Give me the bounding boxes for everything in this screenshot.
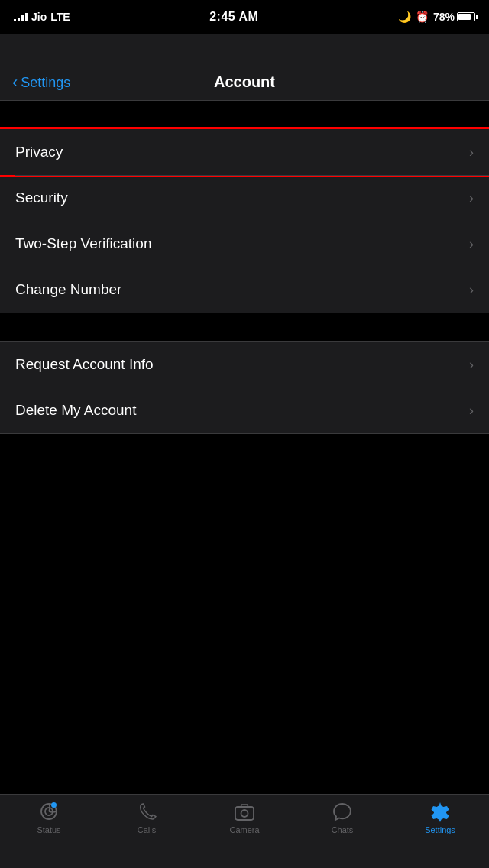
status-time: 2:45 AM xyxy=(209,10,258,24)
battery-percent: 78% xyxy=(433,11,455,23)
delete-account-label: Delete My Account xyxy=(15,402,136,419)
tab-calls-label: Calls xyxy=(138,825,156,834)
calls-icon xyxy=(136,801,157,822)
carrier-label: Jio xyxy=(31,11,47,23)
request-info-label: Request Account Info xyxy=(15,356,154,373)
page-title: Account xyxy=(214,73,275,91)
settings-icon xyxy=(429,801,451,822)
battery-indicator: 78% xyxy=(433,11,475,23)
settings-item-delete-account[interactable]: Delete My Account › xyxy=(0,387,489,433)
chevron-right-icon: › xyxy=(469,144,474,160)
chevron-right-icon: › xyxy=(469,190,474,206)
tab-camera[interactable]: Camera xyxy=(196,801,293,834)
tab-camera-label: Camera xyxy=(229,825,259,834)
tab-chats-label: Chats xyxy=(332,825,354,834)
chevron-right-icon: › xyxy=(469,282,474,298)
tab-chats[interactable]: Chats xyxy=(293,801,391,834)
status-left: Jio LTE xyxy=(14,11,70,23)
status-badge xyxy=(51,802,57,808)
tab-calls[interactable]: Calls xyxy=(98,801,196,834)
nav-header: ‹ Settings Account xyxy=(0,34,489,101)
privacy-label: Privacy xyxy=(15,144,63,160)
tab-status-label: Status xyxy=(37,825,60,834)
chevron-right-icon: › xyxy=(469,403,474,419)
status-bar: Jio LTE 2:45 AM 🌙 ⏰ 78% xyxy=(0,0,489,34)
settings-group-1: Privacy › Security › Two-Step Verificati… xyxy=(0,128,489,313)
back-label: Settings xyxy=(21,75,70,91)
section-spacer-mid xyxy=(0,313,489,341)
tab-settings[interactable]: Settings xyxy=(391,801,489,834)
settings-item-request-info[interactable]: Request Account Info › xyxy=(0,342,489,387)
settings-group-2: Request Account Info › Delete My Account… xyxy=(0,341,489,434)
signal-icon xyxy=(14,12,28,21)
moon-icon: 🌙 xyxy=(398,11,411,23)
tab-settings-label: Settings xyxy=(425,825,455,834)
svg-rect-2 xyxy=(235,807,254,820)
chats-icon xyxy=(332,801,353,822)
battery-icon xyxy=(457,12,475,21)
chevron-right-icon: › xyxy=(469,357,474,373)
security-label: Security xyxy=(15,189,68,206)
chevron-right-icon: › xyxy=(469,236,474,252)
status-right: 🌙 ⏰ 78% xyxy=(398,11,475,23)
tab-bar: Status Calls Camera Chats xyxy=(0,794,489,868)
settings-item-change-number[interactable]: Change Number › xyxy=(0,267,489,313)
alarm-icon: ⏰ xyxy=(416,11,429,23)
back-chevron-icon: ‹ xyxy=(12,74,18,91)
camera-icon xyxy=(234,801,255,822)
settings-item-privacy[interactable]: Privacy › xyxy=(0,129,489,175)
tab-status[interactable]: Status xyxy=(0,801,98,834)
section-spacer-top xyxy=(0,101,489,128)
change-number-label: Change Number xyxy=(15,281,121,298)
svg-point-3 xyxy=(241,810,248,817)
two-step-label: Two-Step Verification xyxy=(15,235,151,252)
network-label: LTE xyxy=(50,11,70,23)
settings-item-two-step[interactable]: Two-Step Verification › xyxy=(0,221,489,267)
settings-item-security[interactable]: Security › xyxy=(0,175,489,221)
